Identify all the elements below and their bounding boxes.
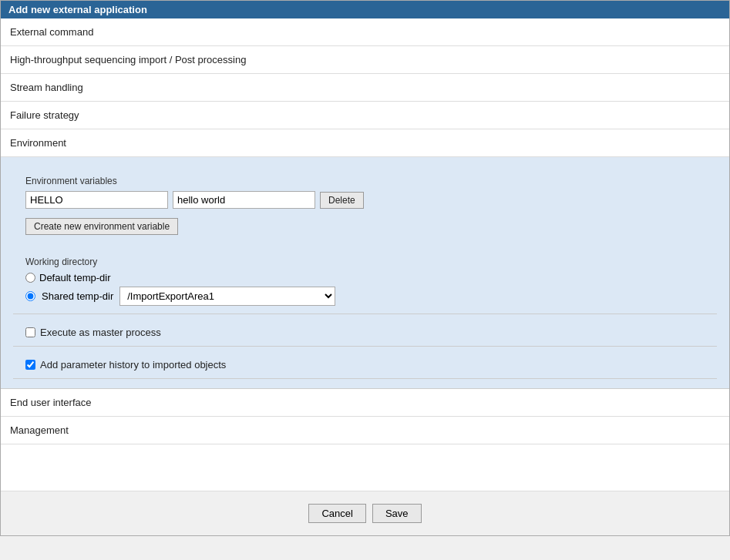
section-external-command-label: External command: [10, 26, 93, 38]
env-value-input[interactable]: [173, 191, 315, 209]
section-stream-handling-label: Stream handling: [10, 82, 83, 93]
environment-content: Environment variables Delete Create new …: [1, 157, 729, 389]
env-var-row: Delete: [25, 191, 705, 209]
delete-button[interactable]: Delete: [320, 192, 364, 209]
shared-temp-label: Shared temp-dir: [42, 290, 113, 302]
section-environment[interactable]: Environment: [1, 129, 729, 157]
section-environment-label: Environment: [10, 137, 66, 149]
dialog: Add new external application External co…: [0, 0, 730, 536]
section-high-throughput[interactable]: High-throughput sequencing import / Post…: [1, 46, 729, 74]
section-external-command[interactable]: External command: [1, 18, 729, 46]
save-button[interactable]: Save: [372, 504, 422, 523]
default-temp-dir-row: Default temp-dir: [25, 272, 705, 283]
shared-temp-radio[interactable]: [25, 291, 35, 301]
section-end-user-interface-label: End user interface: [10, 397, 92, 408]
bottom-buttons: Cancel Save: [1, 491, 729, 535]
section-management-label: Management: [10, 424, 69, 436]
default-temp-radio[interactable]: [25, 273, 35, 283]
section-failure-strategy[interactable]: Failure strategy: [1, 102, 729, 129]
env-name-input[interactable]: [25, 191, 168, 209]
working-dir-section: Working directory Default temp-dir Share…: [13, 249, 717, 314]
shared-temp-dir-row: Shared temp-dir /ImportExportArea1: [25, 287, 705, 306]
section-management[interactable]: Management: [1, 417, 729, 444]
section-failure-strategy-label: Failure strategy: [10, 109, 79, 121]
param-history-checkbox[interactable]: [25, 360, 35, 370]
shared-dir-select[interactable]: /ImportExportArea1: [119, 287, 335, 306]
section-end-user-interface[interactable]: End user interface: [1, 389, 729, 417]
execute-master-checkbox[interactable]: [25, 327, 35, 337]
execute-master-label: Execute as master process: [40, 327, 161, 338]
env-vars-section: Environment variables Delete Create new …: [13, 166, 717, 244]
section-stream-handling[interactable]: Stream handling: [1, 74, 729, 102]
param-history-label: Add parameter history to imported object…: [40, 359, 226, 371]
section-high-throughput-label: High-throughput sequencing import / Post…: [10, 54, 246, 65]
cancel-button[interactable]: Cancel: [308, 504, 365, 523]
env-vars-label: Environment variables: [25, 176, 705, 186]
dialog-title: Add new external application: [1, 1, 729, 18]
param-history-section: Add parameter history to imported object…: [13, 351, 717, 379]
working-dir-label: Working directory: [25, 257, 705, 267]
execute-master-section: Execute as master process: [13, 319, 717, 347]
create-env-button[interactable]: Create new environment variable: [25, 218, 178, 235]
default-temp-label: Default temp-dir: [39, 272, 110, 283]
